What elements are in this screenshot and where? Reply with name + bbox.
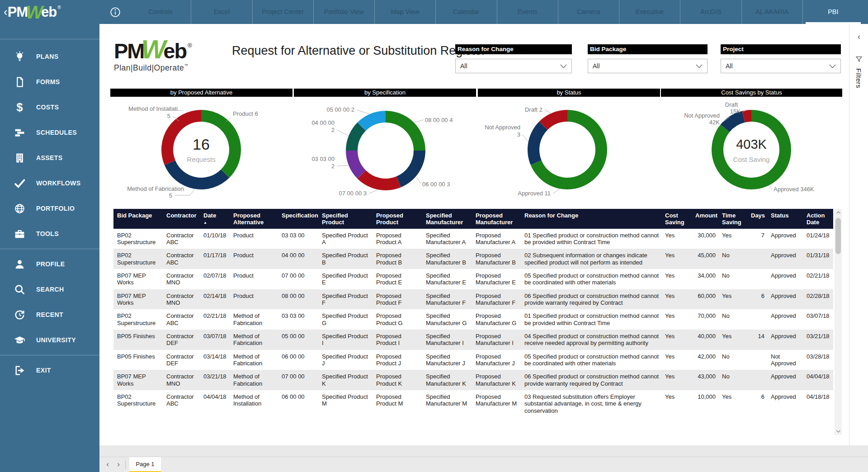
table-cell-amount[interactable]: 34,000 (692, 269, 718, 289)
table-cell-specified-manufacturer[interactable]: Specified Manufacturer E (422, 269, 472, 289)
table-cell-proposed-alternative[interactable]: Method of Fabrication (230, 309, 278, 330)
table-cell-status[interactable]: Approved (767, 289, 803, 310)
column-header-proposed-manufacturer[interactable]: Proposed Manufacturer (472, 209, 521, 229)
filter-dropdown-bid-package[interactable]: All (588, 59, 708, 73)
table-cell-proposed-alternative[interactable]: Method of Installation (230, 390, 278, 417)
table-cell-specified-manufacturer[interactable]: Specified Manufacturer K (422, 370, 472, 390)
table-cell-specified-manufacturer[interactable]: Specified Manufacturer F (422, 289, 472, 310)
table-cell-status[interactable]: Approved (767, 390, 803, 417)
nav-tab-executive[interactable]: Executive (619, 0, 680, 24)
table-cell-date[interactable]: 03/07/18 (200, 330, 230, 350)
table-row[interactable]: BP05 FinishesContractor DEF03/07/18Metho… (113, 330, 833, 350)
column-header-status[interactable]: Status (767, 209, 803, 229)
column-header-specified-product[interactable]: Specified Product (318, 209, 373, 229)
table-cell-amount[interactable]: 10,000 (692, 390, 718, 417)
table-row[interactable]: BP02 SuperstructureContractor ABC04/04/1… (113, 390, 833, 417)
column-header-specification[interactable]: Specification (278, 209, 318, 229)
nav-tab-events[interactable]: Events (497, 0, 558, 24)
sidebar-item-plans[interactable]: PLANS (0, 44, 99, 69)
table-cell-proposed-manufacturer[interactable]: Proposed Manufacturer G (472, 309, 521, 330)
table-cell-reason-for-change[interactable]: 06 Specified product or construction met… (521, 370, 661, 390)
table-cell-proposed-manufacturer[interactable]: Proposed Manufacturer M (472, 390, 521, 417)
table-cell-specified-product[interactable]: Specified Product J (318, 350, 373, 370)
table-cell-cost-saving[interactable]: Yes (661, 309, 692, 330)
nav-tab-map-view[interactable]: Map View (374, 0, 435, 24)
filter-dropdown-project[interactable]: All (721, 59, 841, 73)
sidebar-item-search[interactable]: SEARCH (0, 277, 99, 302)
table-cell-specification[interactable]: 06 00 00 (278, 350, 318, 370)
table-cell-bid-package[interactable]: BP07 MEP Works (113, 289, 163, 310)
table-row[interactable]: BP02 SuperstructureContractor ABC02/21/1… (113, 309, 833, 330)
table-cell-date[interactable]: 03/14/18 (200, 350, 230, 370)
table-cell-cost-saving[interactable]: Yes (661, 390, 692, 417)
table-cell-proposed-alternative[interactable]: Method of Fabrication (230, 350, 278, 370)
table-cell-time-saving[interactable]: No (718, 370, 747, 390)
column-header-amount[interactable]: Amount (692, 209, 718, 229)
table-cell-action-date[interactable]: 03/07/18 (803, 309, 833, 330)
table-cell-action-date[interactable]: 02/28/18 (803, 289, 833, 310)
table-cell-contractor[interactable]: Contractor DEF (163, 350, 200, 370)
sidebar-item-exit[interactable]: EXIT (0, 358, 99, 383)
sidebar-item-recent[interactable]: RECENT (0, 302, 99, 327)
table-cell-days[interactable]: 7 (747, 229, 767, 249)
column-header-specified-manufacturer[interactable]: Specified Manufacturer (422, 209, 472, 229)
table-cell-proposed-product[interactable]: Proposed Product M (373, 390, 422, 417)
table-cell-specified-product[interactable]: Specified Product M (318, 390, 373, 417)
table-cell-amount[interactable]: 45,000 (692, 249, 718, 269)
next-page-button[interactable]: › (113, 457, 124, 472)
table-cell-status[interactable]: Approved (767, 229, 803, 249)
table-cell-proposed-product[interactable]: Proposed Product I (373, 330, 422, 350)
table-cell-specified-product[interactable]: Specified Product E (318, 269, 373, 289)
table-cell-proposed-manufacturer[interactable]: Proposed Manufacturer A (472, 229, 521, 249)
table-cell-time-saving[interactable]: Yes (718, 229, 747, 249)
donut-slice-not-approved[interactable] (528, 122, 547, 165)
table-cell-bid-package[interactable]: BP02 Superstructure (113, 390, 163, 417)
table-cell-proposed-manufacturer[interactable]: Proposed Manufacturer J (472, 350, 521, 370)
column-header-contractor[interactable]: Contractor (163, 209, 200, 229)
table-cell-proposed-manufacturer[interactable]: Proposed Manufacturer E (472, 269, 521, 289)
table-cell-proposed-product[interactable]: Proposed Product E (373, 269, 422, 289)
expand-pane-chevron-icon[interactable]: ‹ (849, 32, 868, 42)
table-cell-amount[interactable]: 42,000 (692, 350, 718, 370)
column-header-cost-saving[interactable]: Cost Saving (661, 209, 692, 229)
table-cell-status[interactable]: Approved (767, 249, 803, 269)
sidebar-item-costs[interactable]: $COSTS (0, 94, 99, 120)
table-cell-days[interactable] (747, 350, 767, 370)
table-cell-date[interactable]: 02/21/18 (200, 309, 230, 330)
table-cell-status[interactable]: Approved (767, 309, 803, 330)
table-cell-time-saving[interactable]: Yes (718, 330, 747, 350)
table-cell-specified-manufacturer[interactable]: Specified Manufacturer B (422, 249, 472, 269)
table-cell-proposed-alternative[interactable]: Method of Fabrication (230, 330, 278, 350)
column-header-time-saving[interactable]: Time Saving (718, 209, 747, 229)
table-cell-specified-manufacturer[interactable]: Specified Manufacturer A (422, 229, 472, 249)
table-scrollbar[interactable] (835, 209, 842, 435)
table-cell-contractor[interactable]: Contractor ABC (163, 249, 200, 269)
scroll-up-button[interactable] (835, 209, 842, 216)
table-cell-amount[interactable]: 60,000 (692, 289, 718, 310)
column-header-date[interactable]: Date▲ (200, 209, 230, 229)
table-cell-time-saving[interactable]: No (718, 269, 747, 289)
donut-slice-06-00-00[interactable] (396, 151, 425, 187)
table-cell-date[interactable]: 01/10/18 (200, 229, 230, 249)
table-cell-days[interactable] (747, 249, 767, 269)
table-cell-specified-product[interactable]: Specified Product K (318, 370, 373, 390)
table-cell-reason-for-change[interactable]: 05 Specified product or construction met… (521, 350, 661, 370)
nav-tab-camera[interactable]: Camera (558, 0, 619, 24)
table-cell-proposed-manufacturer[interactable]: Proposed Manufacturer B (472, 249, 521, 269)
table-cell-date[interactable]: 04/04/18 (200, 390, 230, 417)
table-cell-reason-for-change[interactable]: 06 Specified product or construction met… (521, 289, 661, 310)
table-cell-proposed-alternative[interactable]: Product (230, 269, 278, 289)
table-cell-days[interactable]: 14 (747, 330, 767, 350)
column-header-bid-package[interactable]: Bid Package (113, 209, 163, 229)
info-icon[interactable] (109, 6, 121, 18)
table-cell-bid-package[interactable]: BP07 MEP Works (113, 370, 163, 390)
nav-tab-controls[interactable]: Controls (130, 0, 191, 24)
table-cell-cost-saving[interactable]: Yes (661, 350, 692, 370)
table-cell-contractor[interactable]: Contractor MNO (163, 370, 200, 390)
donut-slice-08-00-00[interactable] (386, 111, 425, 151)
table-cell-contractor[interactable]: Contractor ABC (163, 309, 200, 330)
table-cell-reason-for-change[interactable]: 01 Specified product or construction met… (521, 309, 661, 330)
sidebar-item-university[interactable]: UNIVERSITY (0, 327, 99, 353)
table-cell-contractor[interactable]: Contractor MNO (163, 269, 200, 289)
table-cell-specification[interactable]: 07 00 00 (278, 370, 318, 390)
